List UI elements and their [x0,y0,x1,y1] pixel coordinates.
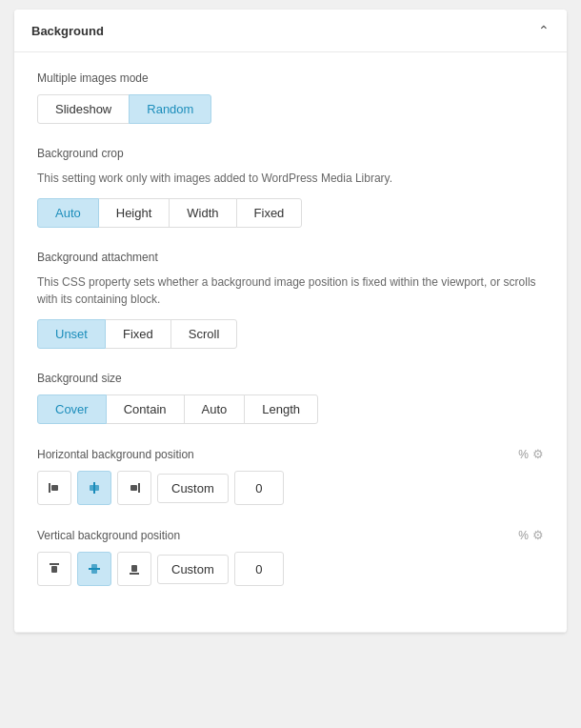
vertical-top-button[interactable] [37,552,71,586]
background-size-group: Cover Contain Auto Length [37,394,544,424]
horizontal-position-header: Horizontal background position % ⚙ [37,447,544,461]
horizontal-position-row: Custom [37,471,544,505]
background-crop-section: Background crop This setting work only w… [37,147,544,228]
attachment-scroll-button[interactable]: Scroll [170,319,238,349]
multiple-images-mode-label: Multiple images mode [37,71,544,85]
background-crop-group: Auto Height Width Fixed [37,198,544,228]
horizontal-settings-icon[interactable]: ⚙ [532,447,544,461]
vertical-unit: % [518,529,529,542]
background-attachment-section: Background attachment This CSS property … [37,251,544,349]
vertical-position-controls: % ⚙ [518,528,544,542]
background-attachment-group: Unset Fixed Scroll [37,319,544,349]
horizontal-right-button[interactable] [117,471,151,505]
horizontal-position-label: Horizontal background position [37,448,194,461]
svg-rect-6 [50,563,59,565]
background-panel: Background ⌃ Multiple images mode Slides… [14,10,567,633]
background-crop-label: Background crop [37,147,544,160]
panel-header: Background ⌃ [14,10,567,52]
vertical-bottom-button[interactable] [117,552,151,586]
background-size-label: Background size [37,372,544,385]
vertical-settings-icon[interactable]: ⚙ [532,528,544,542]
background-attachment-label: Background attachment [37,251,544,264]
svg-rect-10 [130,573,139,575]
horizontal-position-controls: % ⚙ [518,447,544,461]
multiple-images-mode-section: Multiple images mode Slideshow Random [37,71,544,124]
size-cover-button[interactable]: Cover [37,394,107,424]
align-right-icon [127,480,142,495]
svg-rect-9 [91,564,97,574]
background-crop-description: This setting work only with images added… [37,170,544,187]
background-attachment-description: This CSS property sets whether a backgro… [37,273,544,308]
horizontal-unit: % [518,448,529,461]
align-center-icon [87,480,102,495]
horizontal-left-button[interactable] [37,471,71,505]
align-top-icon [47,561,62,576]
size-auto-button[interactable]: Auto [184,394,246,424]
align-left-icon [47,480,62,495]
vertical-middle-button[interactable] [77,552,111,586]
vertical-position-header: Vertical background position % ⚙ [37,528,544,542]
svg-rect-4 [138,483,140,493]
svg-rect-11 [131,565,137,572]
panel-title: Background [31,24,104,38]
size-contain-button[interactable]: Contain [106,394,185,424]
panel-body: Multiple images mode Slideshow Random Ba… [14,52,567,632]
crop-height-button[interactable]: Height [98,198,170,228]
svg-rect-1 [51,485,58,491]
vertical-value-input[interactable] [234,552,284,586]
crop-fixed-button[interactable]: Fixed [236,198,303,228]
vertical-position-row: Custom [37,552,544,586]
svg-rect-0 [49,483,50,493]
svg-rect-3 [90,485,99,491]
background-size-section: Background size Cover Contain Auto Lengt… [37,372,544,424]
multiple-images-mode-group: Slideshow Random [37,94,544,124]
size-length-button[interactable]: Length [244,394,318,424]
vertical-position-section: Vertical background position % ⚙ [37,528,544,586]
svg-rect-5 [130,485,137,491]
bottom-divider [14,632,567,633]
mode-random-button[interactable]: Random [129,94,211,124]
attachment-unset-button[interactable]: Unset [37,319,106,349]
collapse-icon[interactable]: ⌃ [538,23,550,38]
align-bottom-icon [127,561,142,576]
horizontal-center-button[interactable] [77,471,111,505]
horizontal-value-input[interactable] [234,471,284,505]
attachment-fixed-button[interactable]: Fixed [105,319,171,349]
crop-auto-button[interactable]: Auto [37,198,99,228]
horizontal-position-section: Horizontal background position % ⚙ [37,447,544,505]
svg-rect-7 [51,566,57,573]
horizontal-custom-button[interactable]: Custom [157,474,229,503]
vertical-custom-button[interactable]: Custom [157,555,229,584]
crop-width-button[interactable]: Width [169,198,236,228]
mode-slideshow-button[interactable]: Slideshow [37,94,130,124]
align-middle-icon [87,561,102,576]
vertical-position-label: Vertical background position [37,529,180,542]
